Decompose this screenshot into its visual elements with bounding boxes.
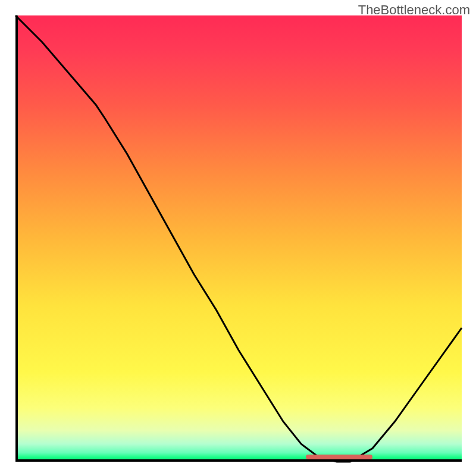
- bottleneck-curve: [15, 15, 462, 462]
- watermark-text: TheBottleneck.com: [358, 2, 470, 18]
- optimal-range-marker: [306, 455, 373, 459]
- curve-svg: [15, 15, 462, 462]
- plot-area: [15, 15, 462, 462]
